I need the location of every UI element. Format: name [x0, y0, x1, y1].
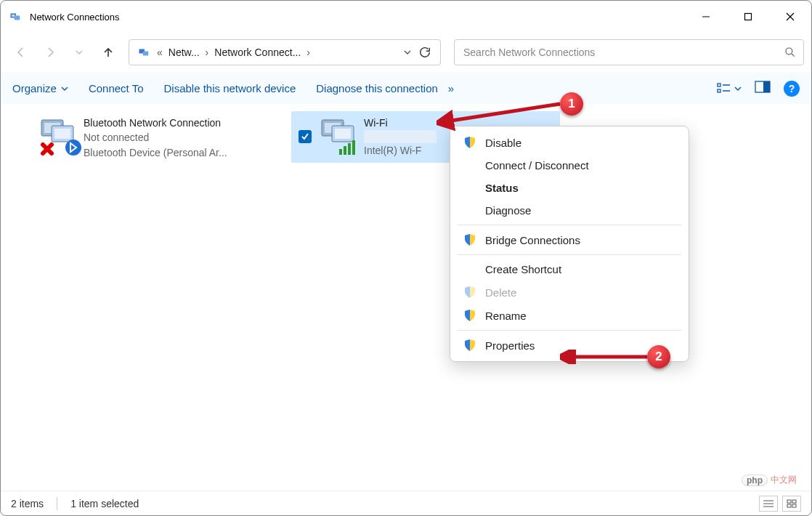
address-icon	[134, 40, 155, 65]
svg-rect-36	[792, 500, 796, 503]
svg-rect-28	[348, 143, 351, 155]
diagnose-connection-button[interactable]: Diagnose this connection	[316, 82, 438, 94]
shield-icon	[463, 286, 476, 299]
close-button[interactable]	[769, 1, 811, 33]
content-area: ✓ Bluetooth Network Connection Not conne…	[1, 104, 811, 492]
svg-rect-8	[143, 52, 149, 56]
shield-icon	[463, 339, 476, 352]
adapter-device: Bluetooth Device (Personal Ar...	[84, 145, 227, 160]
overflow-button[interactable]: »	[448, 82, 454, 94]
breadcrumb-seg-2[interactable]: Network Connect...	[210, 40, 305, 65]
help-button[interactable]: ?	[784, 81, 800, 97]
ctx-rename[interactable]: Rename	[450, 304, 689, 327]
svg-rect-29	[352, 140, 355, 155]
chevron-right-icon: ›	[204, 40, 211, 65]
svg-rect-26	[339, 149, 342, 155]
maximize-button[interactable]	[727, 1, 769, 33]
window-title: Network Connections	[30, 12, 120, 23]
svg-rect-37	[787, 504, 791, 507]
callout-1: 1	[560, 92, 583, 116]
details-view-button[interactable]	[759, 496, 778, 512]
chevron-right-icon: ›	[305, 40, 312, 65]
svg-rect-1	[15, 16, 20, 20]
chevron-left-icon[interactable]: «	[155, 40, 164, 65]
search-input[interactable]	[462, 46, 784, 59]
up-button[interactable]	[95, 39, 121, 65]
search-icon	[784, 47, 796, 58]
adapter-icon	[37, 116, 84, 158]
breadcrumb-seg-1[interactable]: Netw...	[164, 40, 204, 65]
svg-rect-4	[745, 14, 752, 20]
search-box[interactable]	[454, 39, 804, 65]
svg-rect-2	[12, 15, 15, 17]
svg-rect-25	[335, 129, 351, 139]
svg-point-21	[65, 140, 81, 156]
ctx-diagnose[interactable]: Diagnose	[450, 199, 689, 222]
separator	[458, 225, 681, 225]
adapter-bluetooth[interactable]: ✓ Bluetooth Network Connection Not conne…	[30, 111, 299, 164]
context-menu: Disable Connect / Disconnect Status Diag…	[450, 126, 689, 362]
selection-count: 1 item selected	[70, 498, 139, 509]
svg-point-9	[786, 48, 792, 55]
svg-rect-12	[718, 89, 720, 92]
ctx-connect-disconnect[interactable]: Connect / Disconnect	[450, 154, 689, 177]
divider	[57, 497, 57, 510]
ctx-create-shortcut[interactable]: Create Shortcut	[450, 258, 689, 281]
ctx-bridge[interactable]: Bridge Connections	[450, 228, 689, 251]
organize-menu[interactable]: Organize	[12, 82, 68, 94]
svg-line-10	[792, 54, 795, 57]
ctx-delete: Delete	[450, 281, 689, 304]
status-bar: 2 items 1 item selected	[1, 491, 811, 515]
adapter-device: Intel(R) Wi-F	[364, 143, 437, 158]
ctx-disable[interactable]: Disable	[450, 131, 689, 154]
separator	[458, 254, 681, 255]
shield-icon	[463, 309, 476, 322]
app-icon	[9, 10, 23, 23]
preview-pane-button[interactable]	[755, 81, 771, 97]
view-menu[interactable]	[717, 82, 742, 95]
ctx-status[interactable]: Status	[450, 177, 689, 199]
svg-rect-35	[787, 500, 791, 503]
address-bar[interactable]: « Netw... › Network Connect... ›	[129, 39, 441, 65]
adapter-name: Wi-Fi	[364, 116, 437, 130]
connect-to-button[interactable]: Connect To	[89, 82, 144, 94]
svg-rect-20	[54, 129, 70, 139]
item-count: 2 items	[11, 498, 44, 509]
adapter-status	[364, 130, 437, 143]
adapter-status: Not connected	[84, 130, 227, 145]
refresh-button[interactable]	[414, 40, 436, 65]
svg-rect-16	[763, 81, 770, 92]
disable-device-button[interactable]: Disable this network device	[163, 82, 296, 94]
svg-rect-11	[718, 84, 720, 86]
adapter-icon	[317, 116, 364, 158]
back-button[interactable]	[8, 39, 34, 65]
shield-icon	[463, 136, 476, 149]
check-icon	[299, 130, 312, 143]
watermark: php中文网	[742, 474, 797, 486]
minimize-button[interactable]	[685, 1, 727, 33]
large-icons-view-button[interactable]	[782, 496, 801, 512]
separator	[458, 330, 681, 331]
recent-dropdown[interactable]	[66, 39, 92, 65]
svg-rect-27	[344, 146, 346, 155]
adapter-name: Bluetooth Network Connection	[84, 116, 227, 130]
svg-rect-38	[792, 504, 796, 507]
callout-2: 2	[647, 345, 670, 368]
shield-icon	[463, 233, 476, 246]
address-history-dropdown[interactable]	[401, 40, 414, 65]
forward-button[interactable]	[37, 39, 63, 65]
